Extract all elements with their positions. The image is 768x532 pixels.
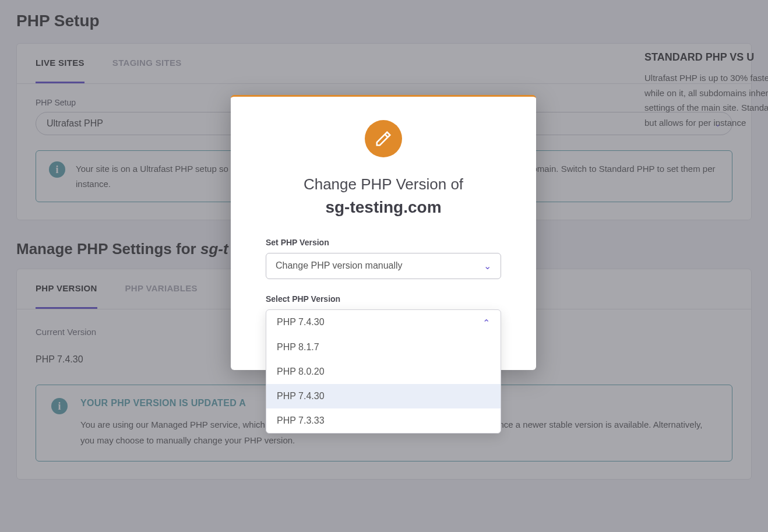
modal-title-line1: Change PHP Version of [304, 175, 463, 193]
set-php-label: Set PHP Version [266, 238, 501, 247]
set-php-select[interactable]: Change PHP version manually ⌄ [266, 253, 501, 279]
select-php-label: Select PHP Version [266, 294, 501, 304]
php-option[interactable]: PHP 8.1.7 [266, 335, 501, 360]
chevron-down-icon: ⌄ [484, 260, 491, 272]
modal-title: Change PHP Version of sg-testing.com [231, 174, 536, 219]
php-option[interactable]: PHP 8.0.20 [266, 360, 501, 384]
php-option[interactable]: PHP 7.4.30 [266, 384, 501, 408]
set-php-value: Change PHP version manually [276, 260, 403, 271]
php-option[interactable]: PHP 7.3.33 [266, 408, 501, 433]
chevron-up-icon: ⌄ [482, 317, 490, 328]
php-version-dropdown: PHP 7.4.30 ⌄ PHP 8.1.7PHP 8.0.20PHP 7.4.… [266, 309, 501, 434]
dropdown-head[interactable]: PHP 7.4.30 ⌄ [266, 310, 501, 335]
dropdown-head-value: PHP 7.4.30 [277, 317, 325, 327]
change-php-modal: Change PHP Version of sg-testing.com Set… [231, 95, 536, 370]
modal-title-domain: sg-testing.com [254, 196, 513, 219]
pencil-icon [365, 120, 402, 157]
